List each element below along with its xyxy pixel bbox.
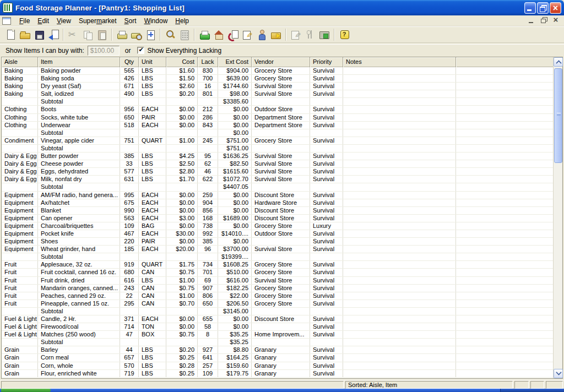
print-preview-button[interactable] bbox=[129, 28, 143, 42]
subtotal-row[interactable]: Subtotal$4407.05 bbox=[2, 183, 554, 191]
subtotal-row[interactable]: Subtotal$35.25 bbox=[2, 339, 554, 346]
page-setup-button[interactable] bbox=[143, 28, 158, 42]
subtotal-row[interactable]: Subtotal$19399.... bbox=[2, 253, 554, 261]
scrollbar-thumb[interactable] bbox=[554, 68, 562, 163]
copy-button[interactable] bbox=[80, 28, 95, 42]
column-header-aisle[interactable]: Aisle bbox=[2, 57, 38, 67]
table-row[interactable]: EquipmentPocket knife467EACH$30.00992$14… bbox=[2, 230, 554, 238]
system-tray[interactable] bbox=[500, 389, 564, 392]
menu-window[interactable]: Window bbox=[140, 16, 172, 26]
column-header-lack[interactable]: Lack bbox=[198, 57, 218, 67]
table-row[interactable]: BakingBaking powder565LBS$1.60830$904.00… bbox=[2, 67, 554, 75]
table-row[interactable]: Fuel & LightMatches (250 wood)47BOX$0.75… bbox=[2, 331, 554, 339]
cell-vendor: Grocery Store bbox=[252, 269, 310, 276]
table-row[interactable]: EquipmentAM/FM radio, hand genera...995E… bbox=[2, 192, 554, 199]
show-everything-lacking-checkbox[interactable] bbox=[137, 47, 144, 54]
cut-button[interactable] bbox=[66, 28, 80, 42]
calculator-button[interactable] bbox=[177, 28, 192, 42]
column-header-unit[interactable]: Unit bbox=[139, 57, 166, 67]
scroll-down-arrow-icon[interactable] bbox=[554, 369, 563, 378]
table-row[interactable]: EquipmentAx/hatchet675EACH$0.00904$0.00H… bbox=[2, 199, 554, 207]
print-button[interactable] bbox=[115, 28, 129, 42]
import-file-button[interactable] bbox=[46, 28, 61, 42]
table-row[interactable]: BakingDry yeast (Saf)671LBS$2.6016$1744.… bbox=[2, 83, 554, 90]
table-row[interactable]: EquipmentShoes220PAIR$0.00385$0.00Surviv… bbox=[2, 238, 554, 246]
scroll-up-arrow-icon[interactable] bbox=[554, 57, 563, 67]
table-row[interactable]: Dairy & EggCheese powder33LBS$2.5062$82.… bbox=[2, 160, 554, 168]
app-icon[interactable] bbox=[3, 3, 13, 13]
table-row[interactable]: BakingBaking soda426LBS$1.50700$639.00Gr… bbox=[2, 75, 554, 83]
taskbar[interactable] bbox=[0, 389, 564, 392]
save-button[interactable] bbox=[32, 28, 46, 42]
table-row[interactable]: FruitMandarin oranges, canned...243CAN$0… bbox=[2, 285, 554, 292]
table-row[interactable]: GrainBarley44LBS$0.20927$8.80GranarySurv… bbox=[2, 346, 554, 354]
table-row[interactable]: Fuel & LightFirewood/coal714TON$0.0058$0… bbox=[2, 323, 554, 331]
print-shopping-list-button[interactable] bbox=[197, 28, 212, 42]
food-groups-button[interactable] bbox=[317, 28, 332, 42]
table-row[interactable]: Dairy & EggEggs, dehydrated577LBS$2.8046… bbox=[2, 168, 554, 176]
table-row[interactable]: Fuel & LightCandle, 2 Hr.371EACH$0.00655… bbox=[2, 315, 554, 323]
column-header-blank[interactable] bbox=[456, 57, 554, 67]
close-button[interactable] bbox=[550, 2, 561, 14]
table-row[interactable]: GrainCorn, whole570LBS$0.28257$159.60Gra… bbox=[2, 362, 554, 370]
table-row[interactable]: FruitApplesauce, 32 oz.919QUART$1.75734$… bbox=[2, 261, 554, 269]
mdi-restore-button[interactable] bbox=[540, 17, 547, 24]
table-row[interactable]: Dairy & EggButter powder385LBS$4.2595$16… bbox=[2, 153, 554, 160]
buy-amount-input[interactable] bbox=[88, 46, 120, 56]
column-header-priority[interactable]: Priority bbox=[310, 57, 343, 67]
table-row[interactable]: EquipmentWheat grinder, hand185EACH$20.0… bbox=[2, 246, 554, 253]
start-button[interactable] bbox=[1, 389, 51, 392]
cell-item: Shoes bbox=[38, 238, 120, 245]
edit-notes-button[interactable] bbox=[289, 28, 303, 42]
menu-edit[interactable]: Edit bbox=[34, 16, 53, 26]
subtotal-row[interactable]: Subtotal$0.00 bbox=[2, 129, 554, 137]
menu-file[interactable]: File bbox=[15, 16, 34, 26]
table-row[interactable]: CondimentVinegar, apple cider751QUART$1.… bbox=[2, 137, 554, 145]
table-row[interactable]: FruitPineapple, canned 15 oz.295CAN$0.70… bbox=[2, 300, 554, 308]
table-row[interactable]: ClothingBoots956EACH$0.00212$0.00Outdoor… bbox=[2, 106, 554, 113]
subtotal-row[interactable]: Subtotal$751.00 bbox=[2, 145, 554, 153]
minimize-button[interactable] bbox=[524, 2, 536, 14]
table-row[interactable]: Dairy & EggMilk, nonfat dry631LBS$1.7062… bbox=[2, 176, 554, 183]
column-header-ext-cost[interactable]: Ext Cost bbox=[218, 57, 252, 67]
restore-button[interactable] bbox=[537, 2, 549, 14]
paste-button[interactable] bbox=[95, 28, 109, 42]
column-header-notes[interactable]: Notes bbox=[343, 57, 456, 67]
column-header-qty[interactable]: Qty bbox=[120, 57, 139, 67]
mdi-close-button[interactable] bbox=[552, 17, 560, 24]
person-profile-button[interactable] bbox=[254, 28, 269, 42]
table-row[interactable]: GrainFlour, enriched white719LBS$0.25109… bbox=[2, 370, 554, 378]
table-row[interactable]: ClothingSocks, white tube650PAIR$0.00286… bbox=[2, 114, 554, 122]
find-button[interactable] bbox=[163, 28, 177, 42]
home-storage-button[interactable] bbox=[212, 28, 226, 42]
edit-item-button[interactable] bbox=[240, 28, 254, 42]
table-row[interactable]: EquipmentCharcoal/briquettes109BAG$0.007… bbox=[2, 222, 554, 230]
return-item-button[interactable] bbox=[226, 28, 240, 42]
mdi-minimize-button[interactable] bbox=[528, 17, 535, 24]
table-row[interactable]: FruitFruit drink, dried616LBS$1.0069$616… bbox=[2, 277, 554, 285]
subtotal-row[interactable]: Subtotal$3385.60 bbox=[2, 98, 554, 106]
table-row[interactable]: EquipmentCan opener563EACH$3.00168$1689.… bbox=[2, 215, 554, 222]
help-button[interactable] bbox=[337, 28, 351, 42]
table-row[interactable]: EquipmentBlanket990EACH$0.00856$0.00Disc… bbox=[2, 207, 554, 215]
menu-supermarket[interactable]: Supermarket bbox=[75, 16, 121, 26]
open-file-button[interactable] bbox=[18, 28, 32, 42]
table-row[interactable]: FruitPeaches, canned 29 oz.22CAN$1.00806… bbox=[2, 292, 554, 300]
new-document-button[interactable] bbox=[3, 28, 18, 42]
table-row[interactable]: BakingSalt, iodized490LBS$0.20801$98.00S… bbox=[2, 90, 554, 98]
cell-lack: 700 bbox=[198, 75, 218, 82]
menu-help[interactable]: Help bbox=[171, 16, 193, 26]
menu-sort[interactable]: Sort bbox=[121, 16, 140, 26]
meal-planner-button[interactable] bbox=[303, 28, 317, 42]
vertical-scrollbar[interactable] bbox=[553, 57, 562, 378]
table-row[interactable]: GrainCorn meal657LBS$0.25641$164.25Grana… bbox=[2, 354, 554, 362]
column-header-item[interactable]: Item bbox=[38, 57, 120, 67]
table-row[interactable]: FruitFruit cocktail, canned 16 oz.680CAN… bbox=[2, 269, 554, 276]
table-row[interactable]: ClothingUnderwear518EACH$0.00843$0.00Dep… bbox=[2, 122, 554, 129]
column-header-cost[interactable]: Cost bbox=[166, 57, 198, 67]
subtotal-row[interactable]: Subtotal$3145.00 bbox=[2, 308, 554, 315]
mdi-system-icon[interactable] bbox=[2, 17, 11, 25]
export-folder-button[interactable] bbox=[269, 28, 283, 42]
column-header-vendor[interactable]: Vendor bbox=[252, 57, 310, 67]
menu-view[interactable]: View bbox=[53, 16, 75, 26]
